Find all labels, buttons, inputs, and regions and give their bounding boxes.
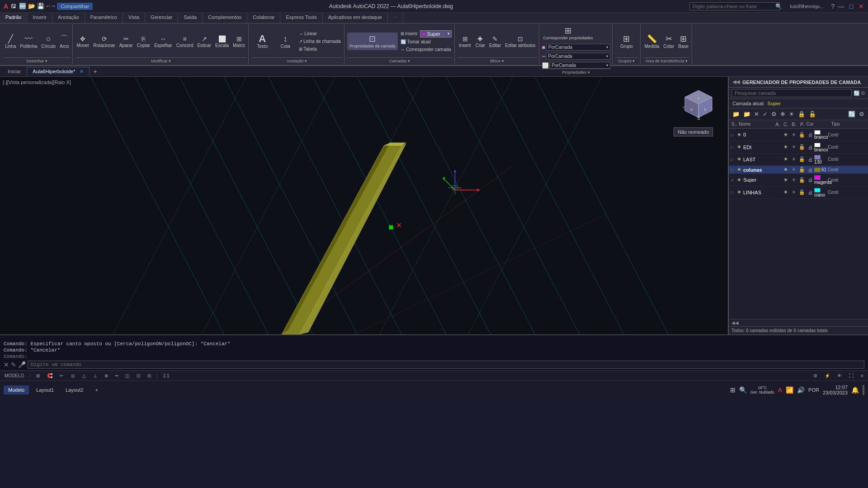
layer-edi-print[interactable]: 🖨	[806, 145, 814, 150]
tab-close-aula6[interactable]: ✕	[80, 69, 84, 74]
layer-search-input[interactable]	[731, 89, 852, 97]
show-desktop-btn[interactable]	[863, 385, 864, 395]
quick-access-icon[interactable]: 🖫	[11, 3, 16, 9]
layer-linhas-lock[interactable]: 🔓	[798, 189, 806, 195]
btn-circulo[interactable]: ○ Círculo	[40, 33, 57, 50]
cmd-close-icon[interactable]: ✕	[4, 361, 9, 368]
btn-tabela[interactable]: ⊞ Tabela	[297, 46, 342, 52]
dynamic-input-btn[interactable]: ⊕	[103, 373, 110, 378]
snap-btn[interactable]: 🧲	[45, 373, 54, 378]
cmd-input[interactable]	[28, 361, 864, 369]
col-c-header[interactable]: C.	[782, 122, 790, 127]
layer-row-0[interactable]: ▷ ☀ 0 ☀ ☀ 🔓 🖨 branco Contí	[729, 129, 868, 141]
layer-row-linhas[interactable]: ▷ ☀ LINHAS ☀ ☀ 🔓 🖨 ciano Contí	[729, 186, 868, 198]
btn-cota[interactable]: ↕ Cota	[274, 33, 296, 50]
layer-linhas-print[interactable]: 🖨	[806, 190, 814, 195]
polar-btn[interactable]: ◎	[69, 373, 77, 378]
tab-complementos[interactable]: Complementos	[203, 13, 247, 23]
layer-row-colunas[interactable]: ▷ ☀ colunas ☀ ☀ 🔓 🖨 61 Contí	[729, 166, 868, 174]
ortho-btn[interactable]: ⊢	[58, 373, 66, 378]
layer-0-vp-freeze[interactable]: ☀	[790, 132, 798, 138]
btn-texto[interactable]: A Texto	[251, 33, 273, 50]
layer-super-color[interactable]: magenta	[814, 175, 828, 185]
cad-canvas[interactable]	[0, 77, 728, 334]
search-options-btn[interactable]: ⚙	[861, 90, 865, 96]
lp-btn-new-group[interactable]: 📁	[731, 110, 741, 118]
tab-padrao[interactable]: Padrão	[0, 13, 27, 23]
lp-btn-settings2[interactable]: ⚙	[858, 110, 865, 118]
btn-inserir-bloco[interactable]: ⊞ Inserir	[458, 34, 473, 49]
lp-btn-unfreeze-all[interactable]: ☀	[788, 110, 795, 118]
btn-criar-bloco[interactable]: ✚ Criar	[474, 34, 486, 49]
tab-parametrico[interactable]: Paramétrico	[85, 13, 123, 23]
btn-linha[interactable]: ╱ Linha	[4, 33, 17, 50]
lineweight-btn[interactable]: ━	[113, 373, 120, 378]
lp-btn-lock[interactable]: 🔒	[797, 110, 806, 118]
btn-corresponder-camada[interactable]: ↔ Corresponder camada	[399, 46, 453, 53]
por-camada-dropdown-3[interactable]: PorCamada ▾	[550, 62, 610, 69]
tab-expresstools[interactable]: Express Tools	[280, 13, 322, 23]
search-taskbar-btn[interactable]: 🔍	[739, 386, 747, 394]
layer-edi-color[interactable]: branco	[814, 142, 828, 152]
btn-editar-bloco[interactable]: ✎ Editar	[488, 34, 502, 49]
btn-linear[interactable]: ↔ Linear	[297, 30, 342, 37]
layer-colunas-lock[interactable]: 🔓	[798, 167, 806, 173]
layer-colunas-color[interactable]: 61	[814, 167, 828, 172]
undo-btn[interactable]: ↩	[46, 4, 50, 9]
layer-super-freeze[interactable]: ☀	[782, 177, 790, 183]
model-label[interactable]: MODELO	[3, 373, 26, 378]
layer-last-print[interactable]: 🖨	[806, 157, 814, 162]
full-screen-btn[interactable]: ⛶	[847, 373, 855, 378]
tab-gerenciar[interactable]: Gerenciar	[145, 13, 178, 23]
btn-grupo[interactable]: ⊞ Grupo	[619, 33, 634, 50]
tab-aplicativos[interactable]: Aplicativos em destaque	[323, 13, 388, 23]
btn-rotacionar[interactable]: ⟳ Rotacionar	[92, 34, 116, 49]
btn-copiar[interactable]: ⎘ Copiar	[136, 34, 151, 49]
btn-mover[interactable]: ✥ Mover	[75, 34, 91, 49]
layer-edi-vis[interactable]: ☀	[735, 144, 743, 150]
layer-colunas-print[interactable]: 🖨	[806, 167, 814, 173]
col-tipo-header[interactable]: Tipo	[831, 122, 867, 127]
btn-escala[interactable]: ⬜ Escala	[214, 34, 230, 49]
tab-iniciar[interactable]: Iniciar	[2, 67, 27, 75]
panel-collapse-btn[interactable]: ◀◀	[732, 79, 740, 85]
tab-vista[interactable]: Vista	[123, 13, 145, 23]
layer-super-vis[interactable]: ☀	[735, 177, 743, 183]
share-btn[interactable]: Compartilhar	[57, 3, 93, 10]
annotation-monitor-btn[interactable]: ⚡	[823, 373, 832, 378]
tab-new[interactable]: +	[90, 66, 101, 76]
lp-btn-freeze-all[interactable]: ❄	[779, 110, 786, 118]
col-a-header[interactable]: A.	[774, 122, 782, 127]
grid-snap-btn[interactable]: ⊞	[34, 373, 42, 378]
btn-esticar[interactable]: ↗ Esticar	[196, 34, 212, 49]
notification-icon[interactable]: 🔔	[851, 386, 859, 394]
layer-edi-lock[interactable]: 🔓	[798, 144, 806, 150]
layer-row-super[interactable]: ✓ ☀ Super ☀ ☀ 🔓 🖨 magenta Contí	[729, 174, 868, 186]
windows-start-btn[interactable]: ⊞	[730, 386, 736, 394]
layer-super-lock[interactable]: 🔓	[798, 177, 806, 183]
layer-linhas-freeze[interactable]: ☀	[782, 189, 790, 195]
layer-colunas-freeze[interactable]: ☀	[782, 167, 790, 173]
btn-tomar-atual[interactable]: 🔄 Tomar atual	[399, 38, 453, 45]
network-icon[interactable]: 📶	[786, 386, 793, 394]
layer-last-vis[interactable]: ☀	[735, 156, 743, 162]
layer-panel-bottom-toggle[interactable]: ◀◀	[729, 319, 868, 326]
lp-btn-set-current[interactable]: ✓	[762, 110, 769, 118]
layer-linhas-vp-freeze[interactable]: ☀	[790, 189, 798, 195]
btn-matriz[interactable]: ⊞ Matriz	[231, 34, 246, 49]
layer-linhas-vis[interactable]: ☀	[735, 189, 743, 195]
layer-edi-vp-freeze[interactable]: ☀	[790, 144, 798, 150]
btn-arco[interactable]: ⌒ Arco	[58, 33, 71, 50]
col-status-header[interactable]: S..	[731, 122, 739, 127]
col-p-header[interactable]: P.	[798, 122, 807, 127]
tab-layout1[interactable]: Layout1	[32, 385, 58, 394]
por-camada-dropdown-1[interactable]: PorCamada ▾	[546, 44, 610, 51]
lp-btn-settings[interactable]: ⚙	[770, 110, 778, 118]
btn-base[interactable]: ⊞ Base	[677, 33, 690, 50]
btn-concord[interactable]: ≡ Concord	[175, 34, 195, 49]
btn-aparar[interactable]: ✂ Aparar	[118, 34, 134, 49]
tab-modelo[interactable]: Modelo	[4, 385, 29, 394]
layer-last-freeze[interactable]: ☀	[782, 156, 790, 162]
col-b-header[interactable]: B.	[790, 122, 798, 127]
search-refresh-btn[interactable]: 🔄	[854, 90, 860, 96]
